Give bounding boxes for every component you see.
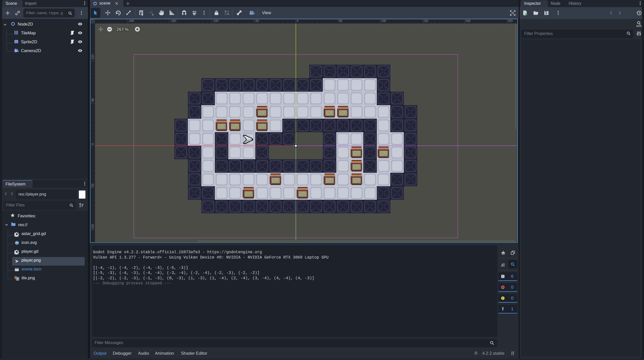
svg-text:250: 250 [508, 19, 513, 23]
svg-text:100: 100 [91, 224, 95, 229]
svg-text:0: 0 [297, 19, 298, 23]
svg-text:267 %: 267 % [117, 27, 129, 32]
svg-text:100: 100 [381, 19, 386, 23]
svg-text:DOC: DOC [636, 25, 642, 27]
svg-text:-100: -100 [91, 54, 95, 60]
svg-text:-200: -200 [128, 19, 134, 23]
svg-text:-150: -150 [170, 19, 176, 23]
svg-text:0: 0 [91, 143, 95, 145]
svg-text:150: 150 [423, 19, 428, 23]
svg-text:50: 50 [91, 184, 95, 187]
svg-text:-100: -100 [212, 19, 218, 23]
svg-text:-50: -50 [91, 98, 95, 103]
svg-text:50: 50 [339, 19, 342, 23]
svg-text:200: 200 [466, 19, 471, 23]
svg-text:-50: -50 [255, 19, 259, 23]
